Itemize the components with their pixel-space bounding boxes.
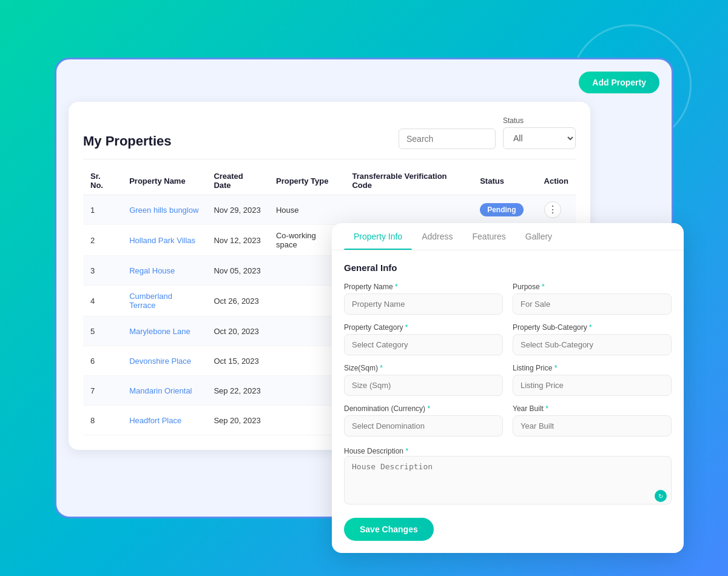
table-column-header: Property Name	[122, 167, 206, 195]
panel-tab[interactable]: Address	[412, 223, 462, 250]
property-name-link[interactable]: Marylebone Lane	[129, 327, 190, 336]
panel-tabs: Property InfoAddressFeaturesGallery	[332, 223, 684, 250]
table-column-header: Property Type	[269, 167, 345, 195]
form-group-denomination: Denomination (Currency) *	[344, 404, 503, 437]
table-cell: 6	[83, 346, 122, 376]
search-input[interactable]	[399, 129, 496, 149]
status-label: Status	[503, 116, 576, 125]
property-name-link[interactable]: Mandarin Oriental	[129, 386, 192, 395]
year-built-input[interactable]	[513, 415, 672, 437]
denomination-label: Denomination (Currency) *	[344, 404, 503, 413]
property-name-label: Property Name *	[344, 283, 503, 291]
form-row-3: Size(Sqm) * Listing Price *	[344, 364, 672, 396]
outer-card: Add Property My Properties Status All Sr…	[55, 58, 673, 518]
table-row: 1Green hills bunglowNov 29, 2023HousePen…	[83, 195, 576, 225]
table-cell: House	[269, 195, 345, 225]
general-info-title: General Info	[344, 263, 672, 273]
form-row-4: Denomination (Currency) * Year Built *	[344, 404, 672, 437]
category-label: Property Category *	[344, 323, 503, 332]
status-group: Status All	[503, 116, 576, 149]
sub-category-label: Property Sub-Category *	[513, 323, 672, 332]
panel-tab[interactable]: Gallery	[516, 223, 562, 250]
table-column-header: Sr. No.	[83, 167, 122, 195]
form-group-property-name: Property Name *	[344, 283, 503, 315]
size-input[interactable]	[344, 375, 503, 396]
description-label: House Description *	[344, 447, 408, 455]
form-row-1: Property Name * Purpose *	[344, 283, 672, 315]
form-group-year-built: Year Built *	[513, 404, 672, 437]
table-column-header: Status	[473, 167, 536, 195]
page-title: My Properties	[83, 133, 172, 149]
table-cell: Nov 29, 2023	[206, 195, 269, 225]
refresh-icon: ↻	[655, 490, 667, 502]
purpose-label: Purpose *	[513, 283, 672, 291]
table-cell: 5	[83, 316, 122, 346]
table-column-header: Transferrable Verification Code	[345, 167, 473, 195]
table-cell: Sep 22, 2023	[206, 376, 269, 406]
action-menu-button[interactable]: ⋮	[544, 201, 561, 218]
listing-price-label: Listing Price *	[513, 364, 672, 372]
form-group-size: Size(Sqm) *	[344, 364, 503, 396]
table-cell: 2	[83, 225, 122, 256]
table-column-header: Created Date	[206, 167, 269, 195]
table-cell: 1	[83, 195, 122, 225]
sub-category-input[interactable]	[513, 334, 672, 355]
save-changes-button[interactable]: Save Changes	[344, 518, 434, 541]
properties-header: My Properties Status All	[83, 116, 576, 149]
form-group-sub-category: Property Sub-Category *	[513, 323, 672, 355]
table-cell: Sep 20, 2023	[206, 406, 269, 435]
listing-price-input[interactable]	[513, 375, 672, 396]
form-group-description: House Description * ↻	[344, 445, 672, 507]
table-cell: Oct 26, 2023	[206, 286, 269, 316]
property-name-input[interactable]	[344, 293, 503, 315]
required-marker: *	[393, 283, 398, 291]
category-input[interactable]	[344, 334, 503, 355]
divider	[83, 159, 576, 159]
size-label: Size(Sqm) *	[344, 364, 503, 372]
header-controls: Status All	[399, 116, 576, 149]
table-cell	[345, 195, 473, 225]
status-select[interactable]: All	[503, 127, 576, 149]
table-cell: Oct 15, 2023	[206, 346, 269, 376]
table-cell: 4	[83, 286, 122, 316]
table-cell: Nov 05, 2023	[206, 256, 269, 286]
property-name-link[interactable]: Green hills bunglow	[129, 206, 198, 215]
textarea-wrapper: ↻	[344, 456, 672, 507]
form-group-listing-price: Listing Price *	[513, 364, 672, 396]
property-name-link[interactable]: Regal House	[129, 266, 175, 275]
panel-body: General Info Property Name * Purpose *	[332, 250, 684, 553]
property-name-link[interactable]: Headfort Place	[129, 416, 181, 425]
description-textarea[interactable]	[344, 456, 672, 504]
status-badge: Pending	[480, 203, 523, 216]
property-info-panel: Property InfoAddressFeaturesGallery Gene…	[332, 223, 684, 553]
property-name-link[interactable]: Cumberland Terrace	[129, 292, 172, 310]
denomination-input[interactable]	[344, 415, 503, 437]
table-cell: Oct 20, 2023	[206, 316, 269, 346]
table-cell: 3	[83, 256, 122, 286]
table-column-header: Action	[537, 167, 576, 195]
property-name-link[interactable]: Devonshire Place	[129, 357, 191, 366]
form-row-2: Property Category * Property Sub-Categor…	[344, 323, 672, 355]
table-cell: Nov 12, 2023	[206, 225, 269, 256]
panel-tab[interactable]: Property Info	[344, 223, 412, 250]
add-property-button[interactable]: Add Property	[579, 72, 659, 93]
form-group-purpose: Purpose *	[513, 283, 672, 315]
table-cell: 8	[83, 406, 122, 435]
panel-tab[interactable]: Features	[463, 223, 516, 250]
table-header: Sr. No.Property NameCreated DateProperty…	[83, 167, 576, 195]
year-built-label: Year Built *	[513, 404, 672, 413]
table-cell: 7	[83, 376, 122, 406]
purpose-input[interactable]	[513, 293, 672, 315]
form-group-category: Property Category *	[344, 323, 503, 355]
property-name-link[interactable]: Holland Park Villas	[129, 236, 195, 245]
